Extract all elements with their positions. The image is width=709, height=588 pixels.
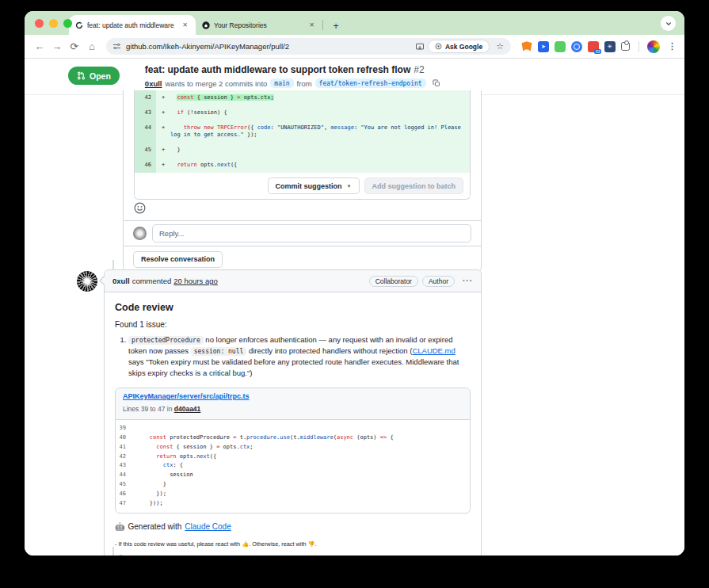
snippet-line-number: 41 [116,443,136,452]
code-token: { session } [173,444,216,450]
head-branch-label[interactable]: feat/token-refresh-endpoint [315,78,426,88]
code-token: TRPCError [217,124,247,131]
code-token: (t. [290,434,300,441]
diff-line-number: 45 [135,143,156,158]
code-token [136,434,150,441]
code-token: opts. [219,444,239,450]
forward-button[interactable]: → [50,41,64,52]
review-feedback-note: - If this code review was useful, please… [115,540,471,548]
comment-body: Code review Found 1 issue: protectedProc… [105,292,481,556]
snippet-line: 44 session [116,471,470,480]
code-token: ctx [240,444,250,450]
browser-menu-button[interactable]: ⋮ [668,41,677,52]
pr-sync-favicon-icon [75,21,83,29]
base-branch-label[interactable]: main [270,78,293,88]
resolve-section: Resolve conversation [124,246,481,273]
code-token: (!session) { [184,109,227,116]
snippet-line-code: }); [136,490,166,499]
tab-separator [322,20,323,30]
diff-line: 44+ throw new TRPCError({ code: "UNAUTHO… [135,120,470,143]
blue-circle-extension-icon[interactable] [571,41,582,52]
diff-addition-sign: + [156,143,168,158]
address-bar[interactable]: github.com/Ikeh-Akinyemi/APIKeyManager/p… [106,38,511,55]
new-tab-button[interactable]: + [330,20,342,32]
code-token: async [337,434,353,441]
browser-window: feat: update auth middleware ✕ Your Repo… [25,11,684,556]
minimize-window-button[interactable] [49,19,58,28]
comment-header: 0xull commented 20 hours ago Collaborato… [105,270,481,292]
dark-extension-icon[interactable]: ✳ [604,41,616,52]
ask-google-button[interactable]: Ask Google [428,40,490,53]
maximize-window-button[interactable] [63,19,72,28]
code-token: ({ [231,162,237,168]
commit-suggestion-button[interactable]: Commit suggestion▼ [268,178,360,194]
search-tabs-button[interactable] [661,16,676,31]
code-token: ; [250,444,253,450]
url-text: github.com/Ikeh-Akinyemi/APIKeyManager/p… [126,42,415,51]
resolve-conversation-button[interactable]: Resolve conversation [133,251,223,268]
pr-number: #2 [414,64,424,75]
cursor-extension-icon[interactable]: ➤ [538,41,549,52]
diff-addition-sign: + [156,105,168,120]
tab-your-repositories[interactable]: Your Repositories ✕ [196,15,322,35]
tab-close-icon[interactable]: ✕ [307,21,316,29]
git-pull-request-icon [77,71,86,80]
comment-menu-button[interactable]: ··· [463,277,473,285]
claude-md-link[interactable]: CLAUDE.md [412,346,455,355]
comment-author[interactable]: 0xull [112,277,130,285]
commit-sha-link[interactable]: d40aa41 [174,405,201,413]
close-window-button[interactable] [35,19,44,28]
snippet-line-code: ctx: { [136,461,183,471]
toolbar-separator [638,41,639,52]
send-to-device-icon[interactable] [415,42,425,52]
code-token [136,453,156,460]
profile-avatar[interactable] [647,40,660,53]
diff-addition-sign: + [156,120,168,143]
code-token: ({ [247,124,257,131]
diff-line-code: return opts.next({ [168,158,470,173]
tab-pull-request[interactable]: feat: update auth middleware ✕ [69,15,196,35]
metamask-extension-icon[interactable] [521,41,532,52]
back-button[interactable]: ← [32,41,47,52]
copy-branch-icon[interactable] [433,79,440,87]
snippet-line-code: session [136,471,193,480]
code-token: "UNAUTHORIZED" [277,124,324,131]
extensions-puzzle-icon[interactable] [621,42,630,51]
diff-line-code: const { session } = opts.ctx; [168,90,470,105]
code-token: : { [173,462,183,468]
code-token: })); [136,500,163,506]
green-extension-icon[interactable] [555,41,566,52]
claude-code-link[interactable]: Claude Code [185,522,231,531]
pr-state-badge: Open [68,67,120,85]
pr-author-link[interactable]: 0xull [145,79,162,88]
code-token: t. [236,434,246,441]
add-suggestion-to-batch-button[interactable]: Add suggestion to batch [364,178,464,194]
comment-heading: Code review [115,302,471,313]
code-token: if [177,109,183,116]
snippet-line-number: 39 [116,424,136,433]
comment-timestamp-link[interactable]: 20 hours ago [173,277,217,285]
code-token: const [177,94,193,101]
snippet-line-number: 47 [116,499,136,509]
red-extension-icon[interactable]: 53 [588,41,599,52]
code-token: throw [184,124,200,131]
timeline-line [112,260,114,269]
reload-button[interactable]: ⟳ [67,40,82,52]
tab-close-icon[interactable]: ✕ [181,21,189,29]
snippet-file-link[interactable]: APIKeyManager/server/src/api/trpc.ts [123,392,463,400]
code-token: (opts) [353,434,380,441]
snippet-line-number: 40 [116,433,136,443]
bookmark-star-icon[interactable]: ☆ [496,41,504,52]
home-button[interactable]: ⌂ [85,41,99,52]
code-token: use [280,434,290,441]
snippet-line: 43 ctx: { [116,461,470,471]
code-token: middleware [300,434,334,441]
collaborator-badge: Collaborator [369,276,418,287]
add-reaction-button[interactable] [134,202,146,214]
tab-strip: feat: update auth middleware ✕ Your Repo… [25,11,684,35]
site-settings-icon[interactable] [112,42,121,51]
snippet-line-number: 44 [116,471,136,480]
code-token: opts. [197,162,217,168]
reply-input[interactable] [152,224,471,242]
code-token: const [150,434,166,441]
